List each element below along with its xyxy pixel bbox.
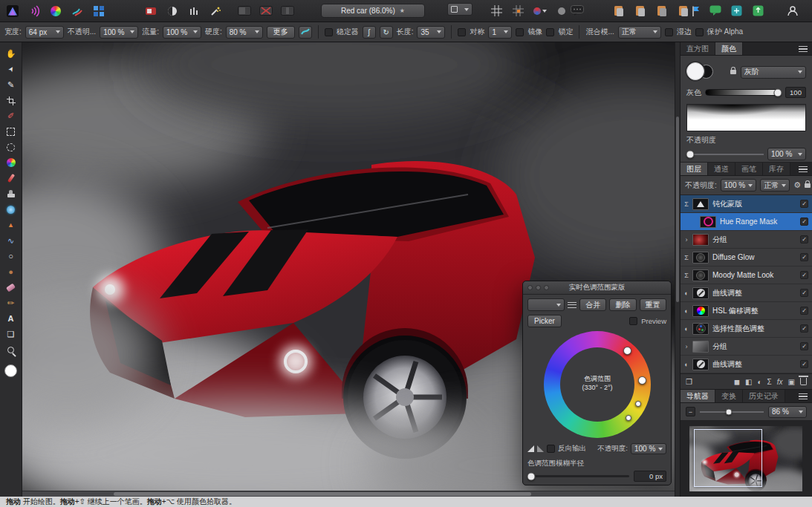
slider-thumb[interactable]: [686, 150, 695, 158]
selection-brush-tool[interactable]: ✐: [3, 108, 19, 123]
navigator-thumbnail[interactable]: [689, 426, 802, 491]
brush-opacity-dropdown[interactable]: 100 %: [100, 26, 138, 39]
wet-edges-checkbox[interactable]: [665, 28, 673, 36]
color-opacity-dropdown[interactable]: 100 %: [767, 148, 806, 160]
color-profile-dropdown[interactable]: [532, 3, 548, 19]
lock-icon[interactable]: [730, 70, 736, 74]
tab-histogram[interactable]: 直方图: [681, 42, 715, 55]
mirror-checkbox[interactable]: [516, 28, 524, 36]
hue-wheel[interactable]: 色调范围 (330° - 2°): [544, 331, 651, 438]
layer-visibility-checkbox[interactable]: ✓: [800, 307, 808, 315]
pixel-grid-icon[interactable]: [510, 3, 526, 19]
copy-icon[interactable]: [632, 3, 648, 19]
clone-stamp-tool[interactable]: [3, 186, 19, 201]
tab-navigator[interactable]: 导航器: [681, 390, 715, 402]
lasso-tool[interactable]: [3, 140, 19, 154]
current-color-swatch[interactable]: [4, 364, 17, 377]
layers-blend-dropdown[interactable]: 正常: [760, 179, 790, 192]
columns-view-icon[interactable]: [279, 3, 295, 19]
paint-brush-tool[interactable]: [3, 171, 19, 186]
blur-radius-value[interactable]: 0 px: [634, 471, 666, 482]
layer-thumbnail[interactable]: [692, 198, 709, 210]
brush-flow-dropdown[interactable]: 100 %: [163, 26, 201, 39]
group-icon[interactable]: ▣: [788, 378, 795, 386]
dialog-titlebar[interactable]: 实时色调范围蒙版: [523, 281, 671, 295]
pen-tool[interactable]: ✎: [3, 77, 19, 92]
layer-visibility-checkbox[interactable]: ✓: [800, 271, 808, 279]
export-icon[interactable]: [750, 3, 766, 19]
slider-thumb[interactable]: [527, 472, 536, 480]
blend-mode-dropdown[interactable]: 正常: [618, 26, 661, 39]
comment-icon[interactable]: [707, 3, 723, 19]
view-mode-dropdown[interactable]: [447, 3, 472, 16]
scrollbar-thumb[interactable]: [114, 492, 531, 496]
move-tool[interactable]: ➤: [0, 58, 21, 79]
layer-options-icon[interactable]: ❐: [686, 378, 692, 386]
vertical-scrollbar[interactable]: [675, 42, 680, 497]
slider-thumb[interactable]: [773, 88, 782, 97]
merge-button[interactable]: 合并: [579, 298, 606, 311]
contrast-icon[interactable]: [164, 3, 180, 19]
tab-channels[interactable]: 通道: [708, 163, 735, 175]
tab-transform[interactable]: 变换: [715, 390, 743, 402]
picker-button[interactable]: Picker: [527, 315, 562, 327]
mirror-view-icon[interactable]: [258, 3, 273, 19]
blur-radius-slider[interactable]: [527, 475, 629, 477]
brush-preview-icon[interactable]: [299, 26, 312, 39]
marquee-tool[interactable]: [3, 124, 19, 139]
more-button[interactable]: 更多: [267, 26, 295, 39]
sharpen-tool[interactable]: ▲: [3, 217, 19, 232]
shape-tool[interactable]: ❏: [3, 327, 19, 341]
pencil-tool[interactable]: ✏: [3, 295, 19, 310]
panel-menu-icon[interactable]: [799, 46, 808, 52]
levels-icon[interactable]: [186, 3, 201, 19]
layer-row[interactable]: Hue Range Mask ✓: [681, 213, 812, 231]
rope-stabilizer-icon[interactable]: ʃ: [363, 26, 376, 39]
color-opacity-slider[interactable]: [686, 154, 764, 155]
burn-tool[interactable]: ●: [3, 264, 19, 279]
brush-strokes-icon[interactable]: [69, 3, 85, 19]
layout-grid-icon[interactable]: [91, 3, 106, 19]
layer-thumbnail[interactable]: [692, 252, 709, 264]
layer-row[interactable]: Σ Diffuse Glow ✓: [681, 249, 812, 266]
zoom-tool[interactable]: [3, 342, 19, 357]
smudge-tool[interactable]: ∿: [3, 233, 19, 248]
layer-thumbnail[interactable]: [692, 287, 709, 299]
zoom-out-button[interactable]: −: [686, 407, 695, 416]
navigator-preview[interactable]: [681, 421, 812, 497]
hue-range-mask-dialog[interactable]: 实时色调范围蒙版 合并 删除 重置 Picker Preview: [522, 281, 672, 485]
ramp-up-icon[interactable]: [527, 445, 534, 452]
color-picker-tool[interactable]: [3, 155, 19, 170]
layer-thumbnail[interactable]: [692, 359, 709, 370]
crop-tool[interactable]: [3, 93, 19, 108]
pan-tool[interactable]: ✋: [3, 46, 19, 61]
gray-slider[interactable]: [705, 89, 782, 96]
delete-button[interactable]: 删除: [609, 298, 636, 311]
split-view-icon[interactable]: [236, 3, 252, 19]
layer-visibility-checkbox[interactable]: ✓: [800, 342, 808, 350]
zoom-slider[interactable]: [700, 411, 764, 413]
layer-row[interactable]: Σ 钝化蒙版 ✓: [681, 195, 812, 213]
layer-visibility-checkbox[interactable]: ✓: [800, 200, 808, 208]
eraser-tool[interactable]: [3, 280, 19, 295]
dialog-opacity-dropdown[interactable]: 100 %: [631, 443, 666, 454]
horizontal-scrollbar[interactable]: [22, 491, 675, 497]
primary-color-swatch[interactable]: [686, 62, 704, 80]
layer-visibility-checkbox[interactable]: ✓: [800, 253, 808, 261]
tone-gradient-preview[interactable]: [686, 104, 806, 131]
snapshot-icon[interactable]: [611, 3, 626, 19]
assistant-waves-icon[interactable]: [26, 3, 42, 19]
window-stabilizer-icon[interactable]: ↻: [380, 26, 393, 39]
scrollbar-thumb[interactable]: [676, 117, 679, 302]
lock-checkbox[interactable]: [546, 28, 554, 36]
window-close-button[interactable]: [527, 285, 533, 290]
gray-value[interactable]: 100: [785, 87, 806, 98]
softproof-dot-icon[interactable]: [553, 3, 569, 19]
fx-icon[interactable]: fx: [777, 378, 783, 386]
live-filter-icon[interactable]: Σ: [767, 378, 772, 386]
dialog-menu-icon[interactable]: [568, 302, 576, 308]
layer-row[interactable]: ◐ HSL 偏移调整 ✓: [681, 302, 812, 320]
stabilizer-length-dropdown[interactable]: 35: [417, 26, 445, 39]
window-minimize-button[interactable]: [536, 285, 541, 290]
layer-thumbnail[interactable]: [692, 341, 709, 353]
